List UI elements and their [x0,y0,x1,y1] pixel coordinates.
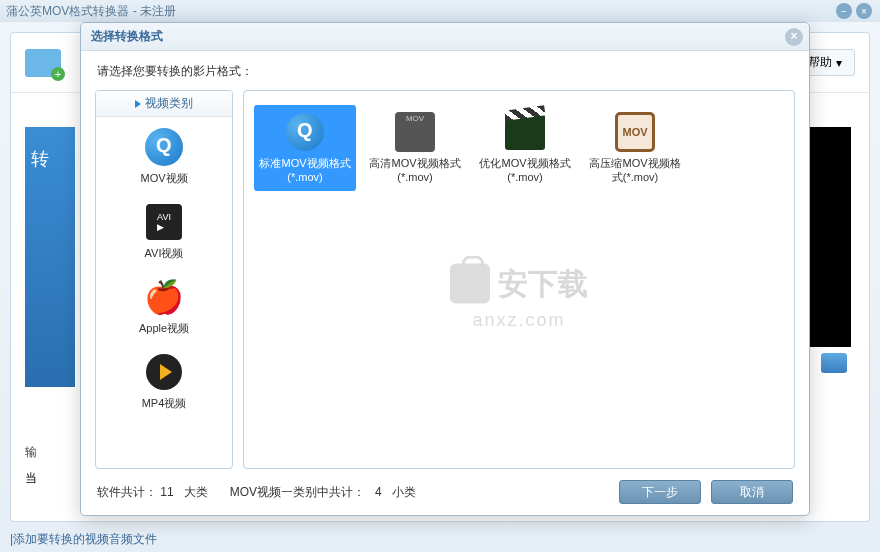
status-bar: |添加要转换的视频音频文件 [10,531,157,548]
dialog-title-bar: 选择转换格式 × [81,23,809,51]
category-apple[interactable]: 🍎 Apple视频 [96,267,232,342]
category-mov[interactable]: MOV视频 [96,117,232,192]
dialog-instruction: 请选择您要转换的影片格式： [81,51,809,90]
next-button[interactable]: 下一步 [619,480,701,504]
watermark: 安下载 [450,263,588,304]
format-optimized-mov[interactable]: 优化MOV视频格式(*.mov) [474,105,576,191]
help-label: 帮助 [808,54,832,71]
add-file-icon[interactable] [25,49,61,77]
current-label: 当 [25,470,37,487]
dialog-footer: 软件共计： 11 大类 MOV视频一类别中共计： 4 小类 下一步 取消 [81,469,809,515]
minimize-icon[interactable]: − [836,3,852,19]
category-avi[interactable]: AVI▶ AVI视频 [96,192,232,267]
play-icon [135,100,141,108]
apple-icon: 🍎 [144,277,184,317]
category-mp4[interactable]: MP4视频 [96,342,232,417]
format-compressed-mov[interactable]: MOV 高压缩MOV视频格式(*.mov) [584,105,686,191]
dialog-close-icon[interactable]: × [785,28,803,46]
quicktime-icon [286,113,324,151]
output-label: 输 [25,444,37,461]
avi-icon: AVI▶ [146,204,182,240]
window-title: 蒲公英MOV格式转换器 - 未注册 [6,3,176,20]
cancel-button[interactable]: 取消 [711,480,793,504]
format-standard-mov[interactable]: 标准MOV视频格式(*.mov) [254,105,356,191]
title-bar: 蒲公英MOV格式转换器 - 未注册 − × [0,0,880,22]
close-icon[interactable]: × [856,3,872,19]
compress-icon: MOV [615,112,655,152]
format-hd-mov[interactable]: 高清MOV视频格式(*.mov) [364,105,466,191]
promo-banner: 转 [25,127,75,387]
folder-icon[interactable] [821,353,847,373]
format-panel: 标准MOV视频格式(*.mov) 高清MOV视频格式(*.mov) 优化MOV视… [243,90,795,469]
mp4-icon [146,354,182,390]
chevron-down-icon: ▾ [836,56,842,70]
bag-icon [450,264,490,304]
film-icon [395,112,435,152]
status-tip: 添加要转换的视频音频文件 [13,532,157,546]
format-select-dialog: 选择转换格式 × 请选择您要转换的影片格式： 视频类别 MOV视频 AVI▶ A… [80,22,810,516]
total-stat: 软件共计： 11 大类 [97,484,208,501]
category-panel: 视频类别 MOV视频 AVI▶ AVI视频 🍎 Apple视频 MP4视频 [95,90,233,469]
category-header: 视频类别 [96,91,232,117]
sub-stat: MOV视频一类别中共计： 4 小类 [230,484,416,501]
watermark-sub: anxz.com [472,310,565,331]
dialog-title: 选择转换格式 [91,28,163,45]
clapper-icon [505,114,545,150]
quicktime-icon [145,128,183,166]
